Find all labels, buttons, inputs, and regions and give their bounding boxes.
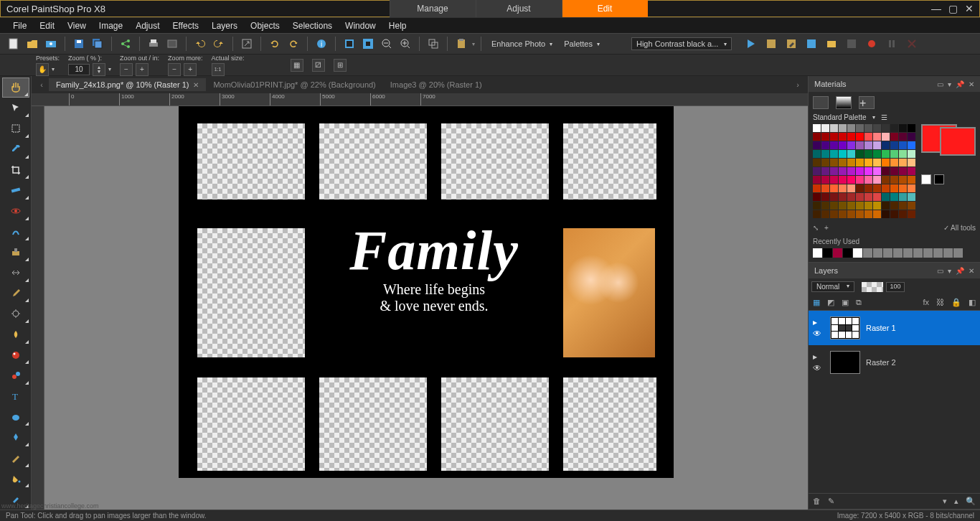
swatch[interactable] (864, 133, 872, 141)
swatch[interactable] (890, 167, 898, 175)
lighten-tool-icon[interactable] (2, 304, 29, 324)
info-icon[interactable]: i (314, 36, 329, 52)
swatch[interactable] (908, 167, 915, 175)
swatch[interactable] (830, 167, 838, 175)
panel-menu-icon[interactable]: ▭ (937, 80, 943, 88)
swatch[interactable] (856, 159, 864, 166)
camera-raw-icon[interactable] (43, 36, 59, 52)
swatch[interactable] (813, 159, 821, 166)
share-icon[interactable] (118, 36, 133, 52)
swatch[interactable] (890, 193, 898, 201)
save-icon[interactable] (71, 36, 87, 52)
swatch[interactable] (882, 159, 890, 166)
panel-pin-icon[interactable]: 📌 (956, 267, 964, 275)
swatch[interactable] (890, 141, 898, 149)
swatch[interactable] (882, 124, 890, 132)
swatch-grid[interactable] (813, 124, 915, 218)
shape-tool-icon[interactable] (2, 407, 29, 427)
swatch[interactable] (830, 193, 838, 201)
swatch[interactable] (873, 150, 881, 158)
pattern-view-icon[interactable]: + (859, 96, 875, 109)
layer-row[interactable]: ▸ 👁 Raster 1 (809, 311, 980, 345)
swatch[interactable] (839, 167, 847, 175)
swatch[interactable] (856, 124, 864, 132)
swatch[interactable] (813, 167, 821, 175)
swatch[interactable] (839, 176, 847, 184)
swatch[interactable] (830, 124, 838, 132)
swatch[interactable] (873, 133, 881, 141)
recent-swatch[interactable] (873, 248, 882, 258)
swatch[interactable] (864, 210, 872, 218)
document-tab[interactable]: Image3 @ 20% (Raster 1) (383, 78, 489, 91)
play-icon[interactable] (743, 36, 759, 52)
palette-dropdown-icon[interactable]: ▾ (872, 114, 875, 121)
swatch[interactable] (882, 184, 890, 192)
swatch[interactable] (813, 141, 821, 149)
swatch[interactable] (813, 184, 821, 192)
duplicate-layer-icon[interactable]: ⧉ (856, 298, 862, 307)
recent-swatch[interactable] (813, 248, 822, 258)
swatch[interactable] (882, 176, 890, 184)
fill-tool-icon[interactable] (2, 469, 29, 489)
swatch[interactable] (821, 210, 829, 218)
opacity-value[interactable]: 100 (886, 282, 905, 292)
panel-pin-icon[interactable]: 📌 (956, 80, 964, 88)
layer-row[interactable]: ▸ 👁 Raster 2 (809, 345, 980, 380)
swatch[interactable] (821, 167, 829, 175)
menu-objects[interactable]: Objects (245, 19, 286, 32)
delete-layer-icon[interactable]: 🗑 (813, 497, 821, 506)
swatch[interactable] (830, 184, 838, 192)
swatch[interactable] (856, 210, 864, 218)
record-icon[interactable] (864, 36, 880, 52)
zoom-in-icon[interactable] (397, 36, 413, 52)
swatch[interactable] (882, 202, 890, 210)
swatch[interactable] (908, 124, 915, 132)
swatch[interactable] (882, 150, 890, 158)
swatch[interactable] (873, 167, 881, 175)
menu-window[interactable]: Window (339, 19, 382, 32)
swatch[interactable] (864, 193, 872, 201)
script-folder-icon[interactable] (824, 36, 839, 52)
swatch[interactable] (908, 184, 915, 192)
menu-view[interactable]: View (62, 19, 92, 32)
crop-tool-icon[interactable] (2, 160, 29, 180)
actual-size-icon[interactable]: 1:1 (212, 63, 225, 76)
swatch[interactable] (908, 176, 915, 184)
redo-history-icon[interactable] (286, 36, 301, 52)
straighten-tool-icon[interactable] (2, 180, 29, 200)
swatch[interactable] (856, 184, 864, 192)
redeye-tool-icon[interactable] (2, 201, 29, 221)
pause-icon[interactable] (884, 36, 900, 52)
dropper-tool-icon[interactable] (2, 139, 29, 159)
swatch[interactable] (899, 176, 907, 184)
layer-edit-icon[interactable]: ✎ (828, 497, 834, 506)
makeover-tool-icon[interactable] (2, 222, 29, 242)
swatch[interactable] (856, 167, 864, 175)
palettes-dropdown[interactable]: Palettes▾ (560, 39, 604, 48)
add-swatch-icon[interactable]: + (824, 224, 829, 232)
open-file-icon[interactable] (24, 36, 40, 52)
new-group-icon[interactable]: ▣ (842, 298, 849, 307)
save-all-icon[interactable] (90, 36, 105, 52)
swatch[interactable] (890, 210, 898, 218)
recent-swatch[interactable] (923, 248, 933, 258)
swatch[interactable] (839, 141, 847, 149)
swatch[interactable] (847, 193, 855, 201)
layer-visibility-icon[interactable]: 👁 (813, 363, 824, 373)
swatch[interactable] (899, 159, 907, 166)
swatch[interactable] (890, 176, 898, 184)
swatch[interactable] (864, 124, 872, 132)
menu-layers[interactable]: Layers (206, 19, 243, 32)
layer-collapse-icon[interactable]: ▴ (954, 497, 958, 506)
zoom-more-out-icon[interactable]: − (168, 63, 181, 76)
viewport[interactable]: Family Where life begins & love never en… (44, 106, 808, 510)
zoom-in-btn-icon[interactable]: + (136, 63, 149, 76)
zoom-stepper-icon[interactable]: ▲▼ (93, 63, 105, 76)
swatch[interactable] (847, 176, 855, 184)
swatch[interactable] (821, 159, 829, 166)
background-color[interactable] (940, 127, 976, 156)
swatch[interactable] (830, 133, 838, 141)
panel-menu-icon[interactable]: ▭ (937, 267, 943, 275)
mask-icon[interactable]: ◧ (969, 298, 976, 307)
swatch[interactable] (873, 193, 881, 201)
